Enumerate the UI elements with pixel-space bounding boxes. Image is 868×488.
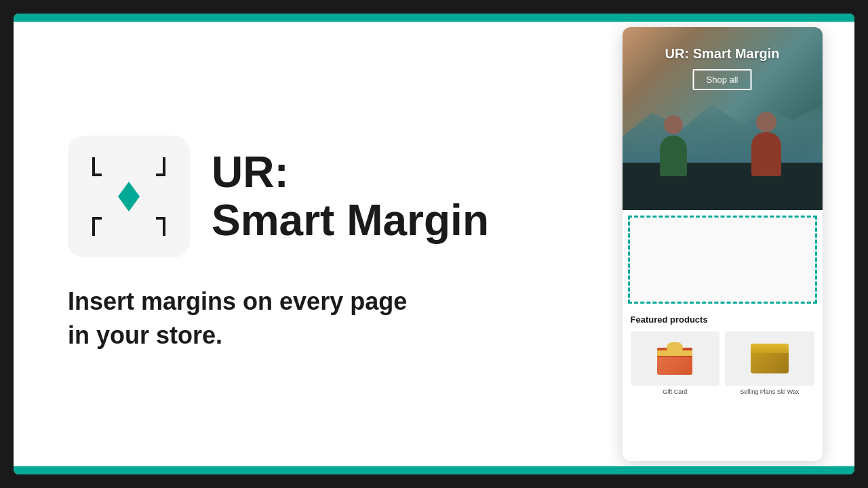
tagline: Insert margins on every pagein your stor… [68, 285, 570, 353]
arrow-up-icon [118, 182, 140, 197]
wax-block-icon [751, 344, 789, 373]
app-name-line1: UR: [212, 148, 289, 197]
hero-title: UR: Smart Margin [623, 46, 823, 62]
arrow-down-icon [118, 197, 140, 211]
phone-mockup: UR: Smart Margin Shop all Featured produ… [623, 27, 823, 461]
product-card-gift: Gift Card [631, 331, 720, 395]
bracket-top [92, 157, 165, 176]
product-image-gift [631, 331, 720, 386]
logo-title-row: UR: Smart Margin [68, 136, 570, 258]
shop-all-button[interactable]: Shop all [693, 69, 752, 90]
featured-section: Featured products [623, 309, 823, 461]
bracket-left-bottom [92, 217, 102, 236]
product-name-wax: Selling Plans Ski Wax [740, 388, 799, 395]
products-grid: Gift Card Selling Plans Ski Wax [631, 331, 814, 395]
app-name-line2: Smart Margin [212, 196, 489, 245]
slide-container: UR: Smart Margin Insert margins on every… [14, 14, 854, 474]
figure-left [660, 115, 694, 176]
left-panel: UR: Smart Margin Insert margins on every… [14, 14, 610, 474]
bracket-bottom [92, 217, 165, 236]
margin-indicator [628, 216, 817, 304]
bracket-right-bottom [156, 217, 165, 236]
hero-water [623, 163, 823, 210]
featured-title: Featured products [631, 314, 814, 325]
app-title: UR: Smart Margin [212, 148, 489, 244]
bracket-right-top [156, 157, 165, 176]
margin-icon [92, 157, 165, 236]
phone-hero: UR: Smart Margin Shop all [623, 27, 823, 210]
figure-right [751, 112, 789, 176]
bracket-left-top [92, 157, 102, 176]
figure-right-body [751, 132, 781, 176]
product-card-wax: Selling Plans Ski Wax [725, 331, 814, 395]
logo-box [68, 136, 190, 258]
figure-left-head [664, 115, 683, 134]
product-name-gift: Gift Card [663, 388, 687, 395]
right-panel: UR: Smart Margin Shop all Featured produ… [610, 14, 854, 474]
figure-left-body [660, 136, 687, 176]
arrows-container [118, 182, 140, 211]
gift-card-icon [657, 342, 692, 375]
figure-right-head [756, 112, 776, 132]
product-image-wax [725, 331, 814, 386]
